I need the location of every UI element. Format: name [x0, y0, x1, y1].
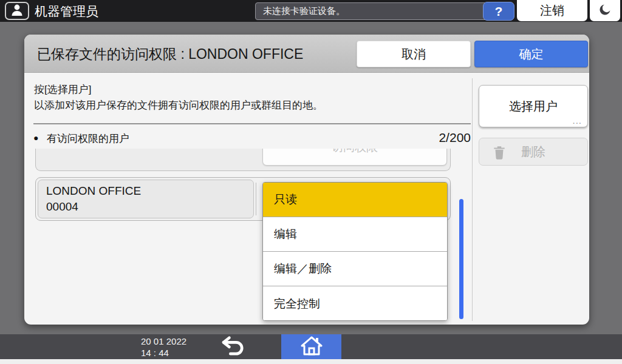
delete-button[interactable]: 删除 [479, 138, 588, 166]
access-permission-dialog: 已保存文件的访问权限 : LONDON OFFICE 取消 确定 按[选择用户]… [24, 35, 589, 325]
list-header-label: 有访问权限的用户 [47, 132, 129, 146]
panel-divider [472, 78, 473, 321]
user-name-cell[interactable]: LONDON OFFICE 00004 [38, 180, 254, 218]
time-label: 14 : 44 [141, 348, 186, 359]
user-row-id: 00004 [46, 199, 253, 215]
list-scrollbar[interactable] [459, 199, 463, 319]
list-header-row: ● 有访问权限的用户 2/200 [33, 132, 471, 146]
user-row-partial: 访问权限 [35, 149, 451, 171]
sleep-mode-button[interactable] [590, 0, 620, 21]
permission-dropdown-menu: 只读 编辑 编辑／删除 完全控制 [262, 182, 448, 321]
help-button[interactable]: ? [483, 2, 514, 21]
dialog-title: 已保存文件的访问权限 : LONDON OFFICE [37, 45, 303, 64]
dialog-header: 已保存文件的访问权限 : LONDON OFFICE 取消 确定 [24, 35, 589, 73]
moon-icon [598, 2, 612, 19]
question-icon: ? [495, 4, 503, 19]
instruction-line-1: 按[选择用户] [34, 82, 323, 98]
select-user-button[interactable]: 选择用户 ... [479, 85, 588, 127]
bullet-icon: ● [33, 133, 38, 143]
date-label: 20 01 2022 [141, 336, 186, 348]
home-icon [301, 336, 323, 358]
system-status-dropdown[interactable]: 未连接卡验证设备。 [255, 2, 498, 20]
user-count: 2/200 [439, 130, 471, 145]
cancel-button[interactable]: 取消 [357, 41, 471, 67]
top-bar: 机器管理员 未连接卡验证设备。 ? 注销 [0, 0, 622, 22]
logout-button[interactable]: 注销 [517, 0, 587, 21]
home-button[interactable] [281, 334, 341, 359]
dropdown-option-edit-delete[interactable]: 编辑／删除 [263, 252, 447, 286]
device-screen: 机器管理员 未连接卡验证设备。 ? 注销 已保存文件的访问权限 : LONDON… [0, 0, 622, 364]
screen-bottom-strip [0, 359, 622, 364]
permission-button-partial[interactable]: 访问权限 [262, 149, 447, 166]
logged-in-user-label: 机器管理员 [35, 3, 98, 20]
date-time: 20 01 2022 14 : 44 [141, 336, 186, 359]
delete-label: 删除 [521, 144, 545, 160]
select-user-label: 选择用户 [509, 98, 558, 115]
trash-icon [491, 144, 507, 163]
back-button[interactable] [213, 334, 255, 359]
back-arrow-icon [220, 335, 248, 359]
ellipsis-icon: ... [572, 115, 582, 126]
bottom-bar: 20 01 2022 14 : 44 [0, 334, 622, 359]
section-divider [33, 123, 471, 124]
dropdown-option-full-control[interactable]: 完全控制 [263, 286, 447, 321]
row-divider [256, 183, 256, 215]
current-user-button[interactable] [5, 2, 29, 20]
ok-button[interactable]: 确定 [474, 41, 588, 67]
instruction-line-2: 以添加对该用户保存的文件拥有访问权限的用户或群组目的地。 [34, 98, 323, 113]
user-icon [10, 3, 24, 19]
status-message: 未连接卡验证设备。 [263, 5, 345, 17]
instruction-text: 按[选择用户] 以添加对该用户保存的文件拥有访问权限的用户或群组目的地。 [34, 82, 323, 113]
user-row-name: LONDON OFFICE [46, 183, 253, 199]
dropdown-option-edit[interactable]: 编辑 [263, 217, 447, 252]
dropdown-option-read-only[interactable]: 只读 [263, 183, 447, 217]
